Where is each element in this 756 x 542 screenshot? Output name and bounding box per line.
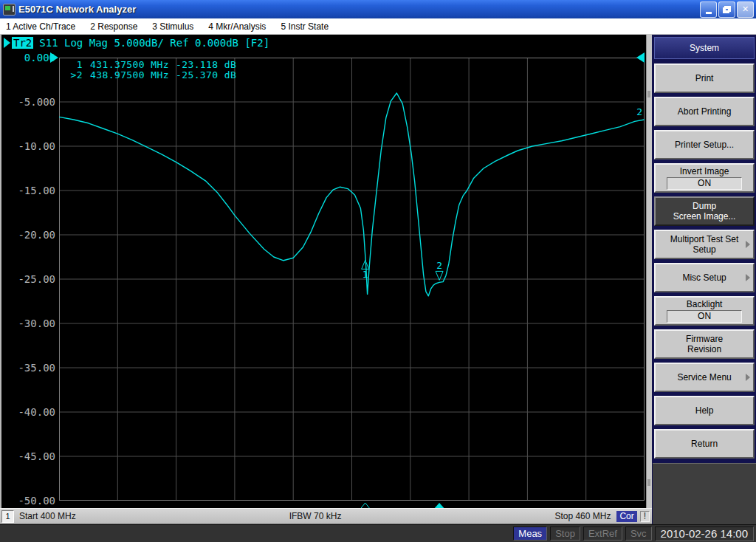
softkey-print[interactable]: Print — [654, 64, 755, 93]
menu-mkr-analysis[interactable]: 4 Mkr/Analysis — [207, 21, 273, 32]
trace-status-line: Tr2 S11 Log Mag 5.000dB/ Ref 0.000dB [F2… — [4, 37, 269, 49]
graph-svg: 122 — [59, 58, 645, 508]
marker-value: -25.370 dB — [176, 70, 236, 80]
y-tick-label: 0.000 — [1, 52, 55, 64]
status-datetime: 2010-02-26 14:00 — [655, 526, 754, 541]
y-tick-label: -25.00 — [1, 273, 55, 285]
menu-stimulus[interactable]: 3 Stimulus — [151, 21, 201, 32]
marker-value: -23.118 dB — [176, 60, 236, 70]
softkey-abort-printing[interactable]: Abort Printing — [654, 97, 755, 126]
y-tick-label: -50.00 — [1, 495, 55, 507]
y-tick-label: -10.00 — [1, 140, 55, 152]
menu-bar: 1 Active Ch/Trace 2 Response 3 Stimulus … — [0, 18, 756, 35]
menu-active-ch-trace[interactable]: 1 Active Ch/Trace — [4, 21, 83, 32]
start-frequency: Start 400 MHz — [19, 511, 76, 521]
instrument-screen-column: 122 Tr2 S11 Log Mag 5.000dB/ Ref 0.000dB… — [0, 35, 652, 524]
app-window: E5071C Network Analyzer ✕ 1 Active Ch/Tr… — [0, 0, 756, 542]
title-bar: E5071C Network Analyzer ✕ — [0, 0, 756, 18]
minimize-icon — [706, 12, 712, 14]
softkey-sidebar: System Print Abort Printing Printer Setu… — [652, 35, 756, 524]
marker-frequency: 438.97500 MHz — [90, 70, 169, 80]
submenu-arrow-icon — [746, 274, 750, 281]
submenu-arrow-icon — [746, 374, 750, 381]
y-tick-label: -15.00 — [1, 185, 55, 196]
softkey-scrollbar[interactable] — [646, 35, 652, 508]
restore-icon — [723, 6, 731, 13]
softkey-label: Dump — [693, 201, 716, 211]
trace-label: Tr2 — [12, 37, 33, 49]
softkey-printer-setup[interactable]: Printer Setup... — [654, 130, 755, 159]
softkey-label: Screen Image... — [673, 211, 736, 222]
y-tick-label: -40.00 — [1, 406, 55, 418]
softkey-label: Revision — [687, 344, 721, 354]
trace-settings: S11 Log Mag 5.000dB/ Ref 0.000dB [F2] — [39, 37, 269, 49]
warning-badge: ! — [640, 511, 650, 522]
menu-response[interactable]: 2 Response — [89, 21, 145, 32]
softkey-label: Printer Setup... — [675, 140, 734, 150]
y-tick-label: -45.00 — [1, 450, 55, 462]
app-icon — [3, 4, 16, 16]
softkey-service-menu[interactable]: Service Menu — [654, 363, 755, 392]
status-svc: Svc — [625, 526, 652, 541]
status-stop: Stop — [550, 526, 580, 541]
softkey-invert-image[interactable]: Invert Image ON — [654, 163, 755, 193]
graph-screen[interactable]: 122 Tr2 S11 Log Mag 5.000dB/ Ref 0.000dB… — [0, 35, 646, 508]
softkey-help[interactable]: Help — [654, 396, 755, 425]
channel-status-bar: 1 Start 400 MHz IFBW 70 kHz Stop 460 MHz… — [0, 508, 652, 524]
softkey-label: Print — [695, 73, 714, 83]
window-title: E5071C Network Analyzer — [18, 4, 698, 15]
stop-frequency: Stop 460 MHz — [554, 511, 611, 521]
softkey-label: Invert Image — [680, 166, 729, 176]
menu-instr-state[interactable]: 5 Instr State — [279, 21, 336, 32]
softkey-return[interactable]: Return — [654, 429, 755, 459]
y-tick-label: -20.00 — [1, 229, 55, 241]
reference-level-right-icon — [636, 52, 645, 63]
softkey-label: Abort Printing — [678, 106, 732, 117]
marker-id: 1 — [66, 60, 83, 70]
marker-id: >2 — [66, 70, 83, 80]
active-trace-arrow-icon — [4, 38, 10, 48]
y-tick-label: -35.00 — [1, 362, 55, 374]
marker-row: 1 431.37500 MHz -23.118 dB — [66, 60, 236, 70]
y-tick-label: -5.000 — [1, 96, 55, 108]
svg-text:2: 2 — [436, 260, 442, 271]
close-button[interactable]: ✕ — [737, 1, 754, 18]
status-meas: Meas — [513, 526, 547, 541]
sidebar-filler — [653, 463, 756, 524]
marker-readout: 1 431.37500 MHz -23.118 dB >2 438.97500 … — [66, 60, 236, 80]
instrument-status-bar: Meas Stop ExtRef Svc 2010-02-26 14:00 — [0, 524, 756, 542]
close-icon: ✕ — [742, 5, 749, 13]
reference-level-left-icon — [50, 52, 58, 63]
marker-row: >2 438.97500 MHz -25.370 dB — [66, 70, 236, 80]
submenu-arrow-icon — [746, 241, 750, 248]
softkey-label: Firmware — [686, 334, 723, 344]
channel-number: 1 — [1, 510, 14, 523]
status-extref: ExtRef — [583, 526, 622, 541]
softkey-label: Misc Setup — [682, 272, 726, 283]
minimize-button[interactable] — [700, 1, 717, 18]
softkey-label: Setup — [693, 244, 715, 255]
softkey-dump-screen-image[interactable]: Dump Screen Image... — [654, 196, 755, 226]
marker-frequency: 431.37500 MHz — [90, 60, 169, 70]
y-tick-label: -30.00 — [1, 318, 55, 329]
softkey-label: Multiport Test Set — [670, 234, 738, 244]
ifbw-value: IFBW 70 kHz — [76, 511, 555, 521]
softkey-label: Help — [695, 405, 714, 416]
softkey-menu-title: System — [654, 37, 755, 59]
softkey-misc-setup[interactable]: Misc Setup — [654, 263, 755, 292]
restore-button[interactable] — [718, 1, 735, 18]
softkey-firmware-revision[interactable]: Firmware Revision — [654, 329, 755, 359]
softkey-label: Backlight — [687, 299, 723, 309]
softkey-toggle-value: ON — [667, 310, 742, 323]
softkey-label: Return — [691, 439, 718, 449]
svg-text:1: 1 — [362, 269, 368, 280]
softkey-multiport-test-set-setup[interactable]: Multiport Test Set Setup — [654, 230, 755, 259]
correction-badge: Cor — [616, 511, 636, 522]
svg-text:2: 2 — [636, 106, 642, 117]
softkey-label: Service Menu — [677, 372, 731, 383]
softkey-backlight[interactable]: Backlight ON — [654, 296, 755, 326]
softkey-toggle-value: ON — [667, 177, 742, 190]
main-content: 122 Tr2 S11 Log Mag 5.000dB/ Ref 0.000dB… — [0, 35, 756, 524]
